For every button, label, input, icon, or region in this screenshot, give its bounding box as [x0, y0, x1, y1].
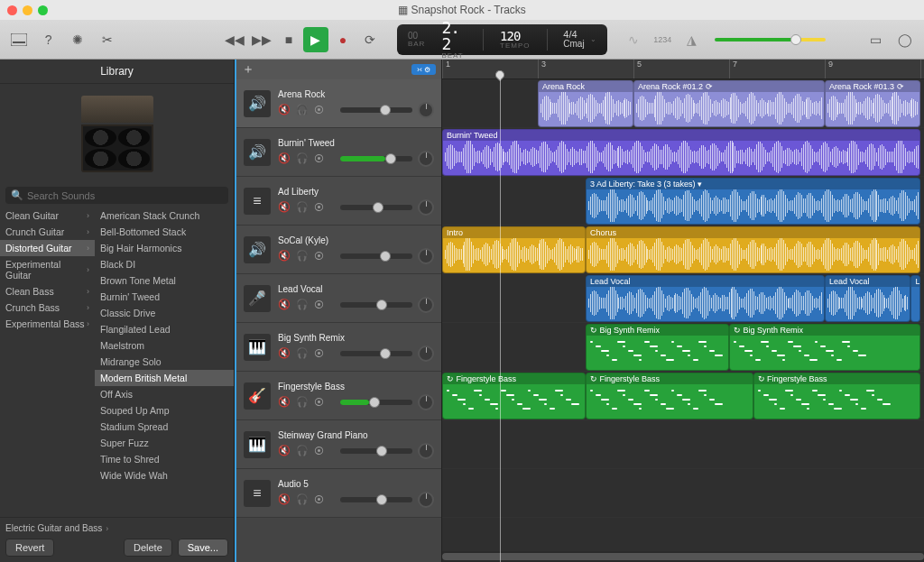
save-button[interactable]: Save... [178, 539, 228, 557]
library-category-item[interactable]: Distorted Guitar› [0, 240, 95, 256]
region[interactable]: Lead [910, 275, 920, 322]
library-patch-item[interactable]: Time to Shred [95, 451, 234, 467]
track-header[interactable]: 🎤 Lead Vocal 🔇 🎧 ⦿ [236, 274, 441, 323]
arrangement-area[interactable]: 1357911 Arena RockArena Rock #01.2 ⟳Aren… [442, 60, 924, 562]
track-header[interactable]: 🎸 Fingerstyle Bass 🔇 🎧 ⦿ [236, 372, 441, 420]
track-volume-slider[interactable] [340, 448, 412, 454]
minimize-window-button[interactable] [23, 5, 32, 15]
library-category-list[interactable]: Clean Guitar›Crunch Guitar›Distorted Gui… [0, 207, 95, 517]
mute-button[interactable]: 🔇 [278, 250, 291, 262]
solo-button[interactable]: 🎧 [296, 299, 309, 310]
mute-button[interactable]: 🔇 [278, 493, 291, 505]
track-pan-knob[interactable] [418, 297, 434, 313]
record-button[interactable]: ● [330, 27, 356, 52]
track-volume-slider[interactable] [340, 302, 412, 308]
track-pan-knob[interactable] [418, 492, 434, 508]
inspector-toggle-button[interactable]: ›‹⚙ [411, 64, 436, 75]
region[interactable]: Arena Rock #01.3 ⟳ [825, 80, 920, 127]
track-volume-slider[interactable] [340, 107, 412, 113]
track-lane[interactable] [442, 469, 924, 518]
zoom-window-button[interactable] [38, 5, 48, 15]
countin-button[interactable]: 1234 [651, 27, 674, 52]
mute-button[interactable]: 🔇 [278, 347, 291, 359]
mute-button[interactable]: 🔇 [278, 396, 291, 408]
input-monitor-button[interactable]: ⦿ [314, 105, 324, 115]
track-header[interactable]: 🔊 Burnin' Tweed 🔇 🎧 ⦿ [236, 128, 441, 177]
library-search[interactable]: 🔍 [5, 187, 228, 204]
master-volume-slider[interactable] [715, 35, 826, 44]
library-patch-item[interactable]: Souped Up Amp [95, 402, 234, 419]
region[interactable]: ↻ Big Synth Remix [729, 324, 920, 371]
track-header[interactable]: 🎹 Steinway Grand Piano 🔇 🎧 ⦿ [236, 420, 441, 469]
input-monitor-button[interactable]: ⦿ [314, 494, 324, 505]
track-pan-knob[interactable] [418, 443, 434, 459]
library-patch-item[interactable]: Burnin' Tweed [95, 289, 234, 305]
region[interactable]: Arena Rock #01.2 ⟳ [633, 80, 825, 127]
input-monitor-button[interactable]: ⦿ [314, 202, 324, 213]
library-patch-item[interactable]: Midrange Solo [95, 354, 234, 370]
region[interactable]: Lead Vocal [825, 275, 910, 322]
solo-button[interactable]: 🎧 [296, 104, 309, 115]
track-header[interactable]: ≡ Audio 5 🔇 🎧 ⦿ [236, 469, 441, 518]
library-patch-item[interactable]: Off Axis [95, 386, 234, 402]
horizontal-scrollbar-thumb[interactable] [442, 553, 924, 560]
region[interactable]: ↻ Fingerstyle Bass [753, 373, 921, 419]
region[interactable]: Burnin' Tweed [442, 129, 920, 176]
input-monitor-button[interactable]: ⦿ [314, 251, 324, 262]
library-toggle-button[interactable] [7, 27, 31, 52]
mute-button[interactable]: 🔇 [278, 104, 291, 115]
quick-help-button[interactable]: ? [36, 27, 60, 52]
solo-button[interactable]: 🎧 [296, 347, 309, 359]
track-volume-slider[interactable] [340, 400, 412, 405]
cycle-button[interactable]: ⟳ [357, 27, 383, 52]
solo-button[interactable]: 🎧 [296, 493, 309, 505]
track-header[interactable]: ≡ Ad Liberty 🔇 🎧 ⦿ [236, 177, 441, 226]
solo-button[interactable]: 🎧 [296, 250, 309, 262]
horizontal-scrollbar[interactable] [442, 551, 924, 562]
library-patch-item[interactable]: Flangilated Lead [95, 321, 234, 337]
editors-button[interactable]: ✂ [95, 27, 118, 52]
region[interactable]: 3 Ad Liberty: Take 3 (3 takes) ▾ [586, 178, 920, 225]
track-pan-knob[interactable] [418, 394, 434, 410]
solo-button[interactable]: 🎧 [296, 201, 309, 213]
library-category-item[interactable]: Crunch Bass› [0, 299, 95, 316]
tuner-button[interactable]: ∿ [622, 27, 645, 52]
add-track-button[interactable]: ＋ [242, 61, 254, 78]
library-patch-item[interactable]: Black DI [95, 256, 234, 272]
library-patch-item[interactable]: Big Hair Harmonics [95, 240, 234, 256]
region[interactable]: ↻ Fingerstyle Bass [586, 373, 753, 419]
delete-button[interactable]: Delete [124, 539, 172, 557]
library-patch-item[interactable]: Wide Wide Wah [95, 467, 234, 484]
track-header[interactable]: 🔊 Arena Rock 🔇 🎧 ⦿ [236, 79, 441, 128]
region[interactable]: Arena Rock [538, 80, 633, 127]
track-volume-slider[interactable] [340, 205, 412, 210]
library-patch-item[interactable]: American Stack Crunch [95, 207, 234, 224]
mute-button[interactable]: 🔇 [278, 152, 291, 164]
notepad-button[interactable]: ▭ [864, 27, 887, 52]
playhead[interactable] [500, 79, 501, 562]
input-monitor-button[interactable]: ⦿ [314, 299, 324, 310]
revert-button[interactable]: Revert [5, 539, 54, 557]
track-header[interactable]: 🎹 Big Synth Remix 🔇 🎧 ⦿ [236, 323, 441, 372]
region[interactable]: ↻ Fingerstyle Bass [442, 373, 586, 419]
library-category-item[interactable]: Experimental Bass› [0, 316, 95, 332]
input-monitor-button[interactable]: ⦿ [314, 348, 324, 359]
library-category-item[interactable]: Experimental Guitar› [0, 256, 95, 283]
library-category-item[interactable]: Clean Bass› [0, 283, 95, 299]
region[interactable]: Lead Vocal [586, 275, 825, 322]
track-lanes[interactable]: Arena RockArena Rock #01.2 ⟳Arena Rock #… [442, 79, 924, 562]
track-volume-slider[interactable] [340, 351, 412, 356]
stop-button[interactable]: ■ [276, 27, 301, 52]
library-patch-item[interactable]: Super Fuzz [95, 435, 234, 451]
solo-button[interactable]: 🎧 [296, 445, 309, 456]
mute-button[interactable]: 🔇 [278, 445, 291, 456]
region[interactable]: ↻ Big Synth Remix [586, 324, 729, 371]
library-patch-list[interactable]: American Stack CrunchBell-Bottomed Stack… [95, 207, 234, 517]
solo-button[interactable]: 🎧 [296, 396, 309, 408]
library-search-input[interactable] [27, 190, 223, 201]
library-patch-item[interactable]: Brown Tone Metal [95, 272, 234, 289]
track-volume-slider[interactable] [340, 253, 412, 259]
track-pan-knob[interactable] [418, 248, 434, 264]
library-patch-item[interactable]: Bell-Bottomed Stack [95, 224, 234, 240]
library-category-item[interactable]: Clean Guitar› [0, 207, 95, 224]
